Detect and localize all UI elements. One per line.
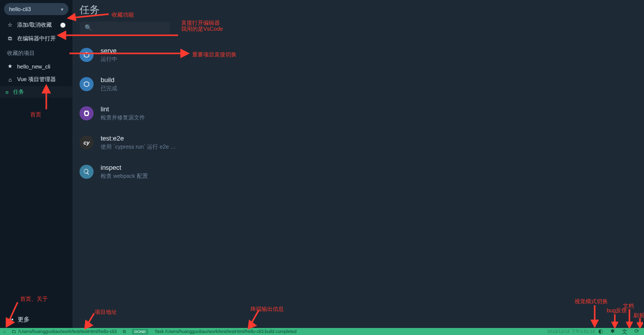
tab-tasks-label: 任务 [13,88,24,96]
search-icon: 🔍 [85,24,92,31]
editor-icon: ⧉ [7,35,13,42]
tasks-icon: ≡ [4,89,10,95]
task-row-teste2e[interactable]: cy test:e2e 使用 `cypress run` 运行 e2e … [79,130,637,160]
home-icon: ⌂ [3,329,6,334]
project-manager-label: Vue 项目管理器 [17,76,56,83]
ellipsis-icon: ••• [7,316,14,323]
task-row-inspect[interactable]: inspect 检查 webpack 配置 [79,160,637,189]
task-desc: 运行中 [101,55,117,63]
task-name: serve [101,47,117,54]
open-in-editor-label: 在编辑器中打开 [17,35,56,42]
project-manager-link[interactable]: ⌂ Vue 项目管理器 [0,73,72,86]
home-icon: ⌂ [7,77,13,83]
more-label: 更多 [18,315,30,324]
task-row-lint[interactable]: lint 检查并修复源文件 [79,101,637,130]
bug-icon[interactable]: ✱ [610,328,615,336]
favorites-section-title: 收藏的项目 [0,45,72,60]
editor-shortcut[interactable]: ⧉ [120,329,129,334]
task-desc: 已完成 [101,85,117,92]
search-input[interactable] [95,25,165,31]
hexagon-icon [79,106,94,120]
task-desc: 使用 `cypress run` 运行 e2e … [101,143,176,151]
toggle-favorite[interactable]: ☆ 添加/取消收藏 [0,18,72,32]
project-path: /Users/huangguobao/work/test/testHtml/he… [18,329,117,334]
task-search[interactable]: 🔍 [79,22,170,34]
project-name: hello-cli3 [9,6,31,12]
status-log: Task /Users/huangguobao/work/test/testHt… [151,329,299,334]
more-menu-button[interactable]: ••• 更多 [0,311,72,328]
task-name: inspect [101,164,148,171]
cube-icon [79,77,94,91]
cube-icon [79,48,94,62]
editor-icon: ⧉ [123,329,126,334]
caret-down-icon: ▾ [61,7,63,12]
task-desc: 检查 webpack 配置 [101,172,148,180]
cypress-icon: cy [79,136,94,150]
magnify-icon [79,165,94,179]
favorite-project-label: hello_new_cli [17,63,50,70]
folder-icon: 🗀 [12,329,16,334]
main-content: 任务 🔍 serve 运行中 build 已完成 [72,0,644,328]
status-badge: DONE [132,329,148,334]
sidebar: hello-cli3 ▾ ☆ 添加/取消收藏 ⧉ 在编辑器中打开 收藏的项目 ★… [0,0,72,328]
task-name: test:e2e [101,135,176,142]
page-title: 任务 [79,3,637,17]
refresh-icon[interactable]: ⟳ [634,328,639,336]
status-bar: ⌂ 🗀 /Users/huangguobao/work/test/testHtm… [0,328,644,335]
project-selector[interactable]: hello-cli3 ▾ [4,3,68,15]
status-home-button[interactable]: ⌂ [0,329,9,334]
task-desc: 检查并修复源文件 [101,114,145,121]
theme-toggle-icon[interactable]: ◐ [598,328,603,336]
favorite-project-item[interactable]: ★ hello_new_cli [0,60,72,73]
toggle-indicator [60,23,65,28]
task-name: lint [101,105,145,113]
project-path-segment[interactable]: 🗀 /Users/huangguobao/work/test/testHtml/… [9,329,120,334]
status-timestamp: 2018/12/18 下午4:51:16 [544,328,598,335]
task-row-serve[interactable]: serve 运行中 [79,43,637,72]
toggle-favorite-label: 添加/取消收藏 [17,21,52,29]
open-in-editor[interactable]: ⧉ 在编辑器中打开 [0,32,72,45]
translate-icon[interactable]: 文 [622,328,627,336]
task-name: build [101,76,117,84]
tab-tasks[interactable]: ≡ 任务 [0,86,72,98]
task-row-build[interactable]: build 已完成 [79,72,637,101]
star-outline-icon: ☆ [7,22,13,28]
star-icon: ★ [7,63,13,70]
